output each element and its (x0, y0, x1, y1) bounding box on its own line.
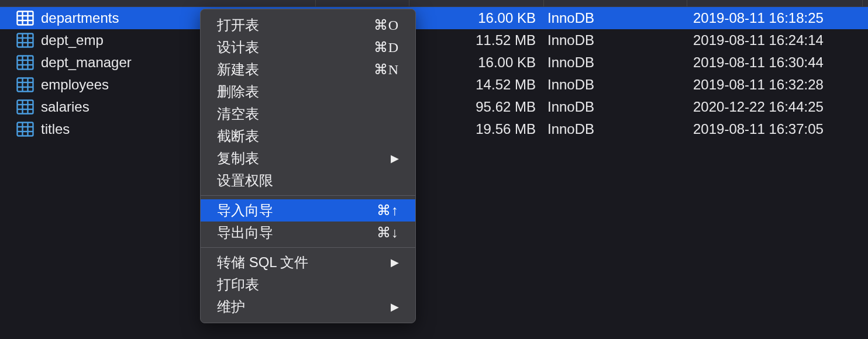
table-created: 2019-08-11 16:32:28 (687, 77, 863, 93)
table-row[interactable]: titles19.56 MBInnoDB2019-08-11 16:37:05 (0, 118, 868, 140)
svg-rect-10 (18, 56, 33, 70)
menu-item[interactable]: 新建表⌘N (201, 58, 415, 81)
svg-rect-25 (18, 123, 33, 136)
table-name: dept_manager (41, 54, 132, 71)
menu-item-label: 导入向导 (217, 201, 273, 220)
col-header-rows[interactable] (316, 0, 409, 6)
table-size: 19.56 MB (409, 121, 544, 137)
table-size: 11.52 MB (409, 32, 544, 49)
table-size: 14.52 MB (409, 77, 544, 93)
table-created: 2019-08-11 16:30:44 (687, 54, 863, 71)
context-menu: 打开表⌘O设计表⌘D新建表⌘N删除表清空表截断表复制表▶设置权限导入向导⌘↑导出… (200, 9, 416, 323)
table-row[interactable]: salaries95.62 MBInnoDB2020-12-22 16:44:2… (0, 96, 868, 118)
menu-item[interactable]: 转储 SQL 文件▶ (201, 251, 415, 274)
col-header-engine[interactable] (544, 0, 687, 6)
col-header-name[interactable] (0, 0, 316, 6)
table-name: salaries (41, 99, 89, 115)
table-created: 2019-08-11 16:37:05 (687, 121, 863, 137)
table-icon (16, 122, 34, 137)
menu-separator (201, 247, 415, 248)
menu-item-label: 维护 (217, 298, 245, 316)
table-created: 2020-12-22 16:44:25 (687, 99, 863, 115)
menu-item[interactable]: 打印表 (201, 274, 415, 296)
menu-item-label: 打印表 (217, 275, 259, 294)
menu-item-shortcut: ⌘D (374, 39, 399, 56)
menu-item-label: 删除表 (217, 82, 259, 101)
table-engine: InnoDB (544, 10, 687, 26)
menu-item-shortcut: ⌘↓ (377, 224, 399, 241)
menu-item-label: 设计表 (217, 38, 259, 57)
menu-item[interactable]: 复制表▶ (201, 147, 415, 170)
col-header-size[interactable] (409, 0, 544, 6)
menu-item[interactable]: 导入向导⌘↑ (201, 199, 415, 222)
table-icon (16, 33, 34, 48)
menu-item[interactable]: 导出向导⌘↓ (201, 222, 415, 244)
menu-item-label: 新建表 (217, 60, 259, 79)
svg-rect-15 (18, 78, 33, 92)
menu-item[interactable]: 截断表 (201, 125, 415, 147)
menu-item[interactable]: 清空表 (201, 103, 415, 125)
table-size: 16.00 KB (409, 54, 544, 71)
menu-item-shortcut: ⌘O (374, 17, 399, 33)
menu-item-label: 转储 SQL 文件 (217, 253, 308, 272)
table-engine: InnoDB (544, 77, 687, 93)
table-engine: InnoDB (544, 99, 687, 115)
menu-separator (201, 195, 415, 196)
submenu-arrow-icon: ▶ (391, 300, 399, 313)
svg-rect-20 (18, 101, 33, 114)
menu-item-label: 导出向导 (217, 223, 273, 242)
menu-item-label: 清空表 (217, 105, 259, 123)
table-size: 16.00 KB (409, 10, 544, 26)
submenu-arrow-icon: ▶ (391, 256, 399, 269)
table-row[interactable]: dept_manager16.00 KBInnoDB2019-08-11 16:… (0, 51, 868, 74)
table-engine: InnoDB (544, 121, 687, 137)
table-icon (16, 77, 34, 92)
table-name: employees (41, 77, 109, 93)
table-size: 95.62 MB (409, 99, 544, 115)
table-row[interactable]: employees14.52 MBInnoDB2019-08-11 16:32:… (0, 74, 868, 96)
menu-item[interactable]: 打开表⌘O (201, 14, 415, 36)
svg-rect-5 (18, 34, 33, 47)
submenu-arrow-icon: ▶ (391, 152, 399, 165)
table-icon (16, 55, 34, 70)
table-icon (16, 11, 34, 26)
table-list: departments16.00 KBInnoDB2019-08-11 16:1… (0, 7, 868, 140)
col-header-created[interactable] (687, 0, 863, 6)
menu-item[interactable]: 维护▶ (201, 296, 415, 318)
menu-item-shortcut: ⌘↑ (377, 202, 399, 219)
table-name: departments (41, 10, 119, 26)
menu-item-label: 设置权限 (217, 171, 273, 190)
table-engine: InnoDB (544, 54, 687, 71)
table-icon (16, 99, 34, 115)
table-row[interactable]: dept_emp11.52 MBInnoDB2019-08-11 16:24:1… (0, 29, 868, 51)
table-created: 2019-08-11 16:24:14 (687, 32, 863, 49)
menu-item[interactable]: 设计表⌘D (201, 36, 415, 58)
svg-rect-0 (18, 12, 33, 25)
column-headers (0, 0, 868, 7)
table-row[interactable]: departments16.00 KBInnoDB2019-08-11 16:1… (0, 7, 868, 29)
table-engine: InnoDB (544, 32, 687, 49)
table-created: 2019-08-11 16:18:25 (687, 10, 863, 26)
menu-item-label: 打开表 (217, 16, 259, 34)
menu-item-label: 截断表 (217, 127, 259, 146)
table-name: dept_emp (41, 32, 104, 49)
menu-item-shortcut: ⌘N (374, 61, 399, 78)
table-name: titles (41, 121, 70, 137)
menu-item[interactable]: 设置权限 (201, 170, 415, 192)
menu-item[interactable]: 删除表 (201, 81, 415, 103)
menu-item-label: 复制表 (217, 149, 259, 168)
